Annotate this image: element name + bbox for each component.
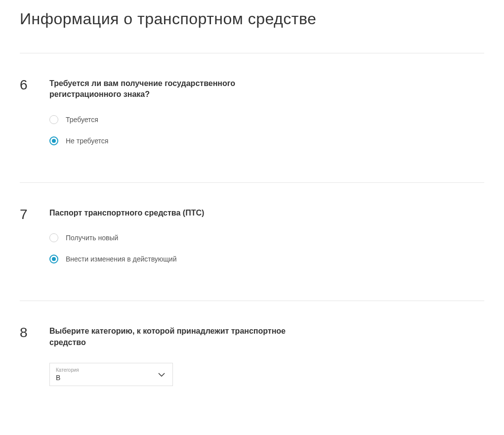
radio-option-not-required[interactable]: Не требуется (49, 136, 484, 145)
radio-option-get-new[interactable]: Получить новый (49, 233, 484, 242)
radio-option-required[interactable]: Требуется (49, 115, 484, 124)
radio-icon (49, 233, 58, 242)
question-title: Требуется ли вам получение государственн… (49, 78, 287, 100)
question-number: 8 (20, 326, 49, 386)
radio-option-update-existing[interactable]: Внести изменения в действующий (49, 255, 484, 263)
divider (20, 53, 484, 53)
category-select[interactable]: Категория В (49, 363, 173, 386)
radio-label: Получить новый (66, 234, 118, 242)
question-title: Паспорт транспортного средства (ПТС) (49, 208, 287, 218)
question-6: 6 Требуется ли вам получение государстве… (20, 78, 484, 158)
radio-label: Внести изменения в действующий (66, 255, 176, 263)
question-title: Выберите категорию, к которой принадлежи… (49, 326, 287, 348)
divider (20, 182, 484, 183)
chevron-down-icon (158, 370, 165, 379)
radio-icon (49, 115, 58, 124)
select-label: Категория (56, 367, 167, 373)
page-title: Информация о транспортном средстве (20, 10, 484, 28)
question-content: Требуется ли вам получение государственн… (49, 78, 484, 158)
question-8: 8 Выберите категорию, к которой принадле… (20, 326, 484, 386)
radio-label: Не требуется (66, 137, 108, 145)
question-content: Выберите категорию, к которой принадлежи… (49, 326, 484, 386)
radio-icon (49, 255, 58, 263)
select-value: В (56, 374, 167, 382)
question-number: 6 (20, 78, 49, 158)
radio-label: Требуется (66, 116, 98, 124)
question-content: Паспорт транспортного средства (ПТС) Пол… (49, 208, 484, 276)
question-7: 7 Паспорт транспортного средства (ПТС) П… (20, 208, 484, 276)
divider (20, 301, 484, 301)
radio-icon (49, 136, 58, 145)
question-number: 7 (20, 208, 49, 276)
